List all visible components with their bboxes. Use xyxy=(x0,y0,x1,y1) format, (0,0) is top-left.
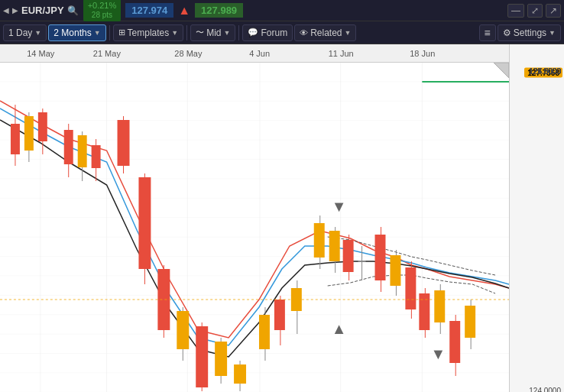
svg-text:▼: ▼ xyxy=(430,345,446,362)
svg-rect-63 xyxy=(465,306,475,338)
svg-rect-27 xyxy=(157,269,170,330)
chart-type-button[interactable]: ≡ xyxy=(479,24,496,41)
change-pts: 28 pts xyxy=(88,11,117,20)
change-pct: +0.21% xyxy=(88,1,117,11)
range-button[interactable]: 2 Months ▼ xyxy=(48,24,105,41)
top-bar-left: ◀ ▶ EUR/JPY 🔍 +0.21% 28 pts 127.974 ▲ 12… xyxy=(3,0,243,21)
popout-icon[interactable]: ↗ xyxy=(546,4,561,18)
x-label-5: 11 Jun xyxy=(329,49,354,58)
settings-gear-icon: ⚙ xyxy=(503,28,511,38)
nav-arrow-icon[interactable]: ◀ xyxy=(3,6,9,15)
y-axis: 132.0000 131.5000 131.0000 130.5000 130.… xyxy=(509,44,564,392)
separator-1 xyxy=(109,25,110,40)
svg-text:▲: ▲ xyxy=(332,320,347,337)
svg-rect-35 xyxy=(234,364,246,384)
price-change: +0.21% 28 pts xyxy=(83,0,122,21)
x-label-2: 21 May xyxy=(93,49,121,58)
chart-area[interactable]: 14 May 21 May 28 May 4 Jun 11 Jun 18 Jun xyxy=(0,44,509,392)
toolbar-right: ≡ ⚙ Settings ▼ xyxy=(479,24,561,41)
separator-2 xyxy=(186,25,187,40)
zoom-out-icon[interactable]: — xyxy=(507,4,524,18)
y-level-124: 124.0000 xyxy=(529,387,561,393)
svg-rect-31 xyxy=(196,326,208,387)
svg-rect-45 xyxy=(329,231,340,261)
x-label-1: 14 May xyxy=(27,49,54,58)
svg-rect-33 xyxy=(215,342,227,376)
templates-icon: ⊞ xyxy=(118,28,125,37)
svg-rect-53 xyxy=(390,255,400,286)
svg-rect-57 xyxy=(419,293,429,330)
svg-rect-13 xyxy=(24,116,34,151)
x-axis: 14 May 21 May 28 May 4 Jun 11 Jun 18 Jun xyxy=(0,44,509,63)
svg-rect-39 xyxy=(274,300,285,330)
separator-3 xyxy=(238,25,239,40)
related-button[interactable]: 👁 Related ▼ xyxy=(294,24,356,41)
templates-button[interactable]: ⊞ Templates ▼ xyxy=(113,24,184,41)
settings-button[interactable]: ⚙ Settings ▼ xyxy=(498,24,561,41)
settings-label: Settings xyxy=(514,28,546,38)
period-button[interactable]: 1 Day ▼ xyxy=(3,24,47,41)
ask-price: 127.989 xyxy=(195,3,243,18)
y-level-1245: 124.5000 xyxy=(529,67,561,76)
templates-label: Templates xyxy=(128,28,170,38)
svg-rect-61 xyxy=(449,321,460,363)
nav-arrow-right-icon[interactable]: ▶ xyxy=(12,6,18,15)
mid-button[interactable]: 〜 Mid ▼ xyxy=(190,24,235,41)
svg-rect-25 xyxy=(138,177,151,269)
x-label-3: 28 May xyxy=(174,49,202,58)
svg-text:▼: ▼ xyxy=(332,198,347,215)
main-area: 14 May 21 May 28 May 4 Jun 11 Jun 18 Jun xyxy=(0,44,564,392)
period-label: 1 Day xyxy=(8,28,32,38)
settings-dropdown-icon: ▼ xyxy=(549,29,556,37)
svg-rect-59 xyxy=(434,290,445,322)
svg-rect-37 xyxy=(259,315,270,349)
price-direction-icon: ▲ xyxy=(178,4,190,18)
svg-rect-23 xyxy=(118,120,130,166)
templates-dropdown-icon: ▼ xyxy=(171,29,178,37)
mid-icon: 〜 xyxy=(196,27,204,38)
forum-button[interactable]: 💬 Forum xyxy=(242,24,293,41)
svg-rect-29 xyxy=(177,311,189,349)
detach-icon[interactable]: ⤢ xyxy=(527,4,543,18)
forum-label: Forum xyxy=(261,28,287,38)
svg-rect-43 xyxy=(314,223,325,258)
mid-label: Mid xyxy=(206,28,221,38)
related-label: Related xyxy=(310,28,342,38)
svg-rect-21 xyxy=(92,145,101,168)
range-label: 2 Months xyxy=(53,28,91,38)
top-bar: ◀ ▶ EUR/JPY 🔍 +0.21% 28 pts 127.974 ▲ 12… xyxy=(0,0,564,21)
svg-rect-47 xyxy=(343,240,354,272)
svg-rect-17 xyxy=(64,130,73,164)
forum-icon: 💬 xyxy=(248,28,258,37)
symbol-info: ◀ ▶ EUR/JPY 🔍 xyxy=(3,5,79,16)
top-bar-right: — ⤢ ↗ xyxy=(507,4,561,18)
svg-rect-2 xyxy=(0,63,509,392)
x-label-4: 4 Jun xyxy=(249,49,270,58)
related-dropdown-icon: ▼ xyxy=(345,29,352,37)
instrument-label[interactable]: EUR/JPY xyxy=(21,5,64,16)
chart-type-icon: ≡ xyxy=(485,27,491,39)
svg-rect-55 xyxy=(405,267,416,309)
svg-rect-15 xyxy=(38,112,47,141)
mid-dropdown-icon: ▼ xyxy=(224,29,231,37)
svg-rect-11 xyxy=(11,124,20,154)
search-icon[interactable]: 🔍 xyxy=(67,5,79,16)
svg-rect-19 xyxy=(78,135,87,167)
related-icon: 👁 xyxy=(300,28,308,37)
range-dropdown-icon: ▼ xyxy=(94,29,101,37)
chart-svg: ▼ ▲ ▼ xyxy=(0,63,509,392)
period-dropdown-icon: ▼ xyxy=(34,29,41,37)
chart-canvas: ▼ ▲ ▼ xyxy=(0,63,509,392)
toolbar: 1 Day ▼ 2 Months ▼ ⊞ Templates ▼ 〜 Mid ▼… xyxy=(0,21,564,44)
svg-rect-51 xyxy=(375,235,386,280)
x-label-6: 18 Jun xyxy=(410,49,435,58)
bid-price: 127.974 xyxy=(125,3,173,18)
